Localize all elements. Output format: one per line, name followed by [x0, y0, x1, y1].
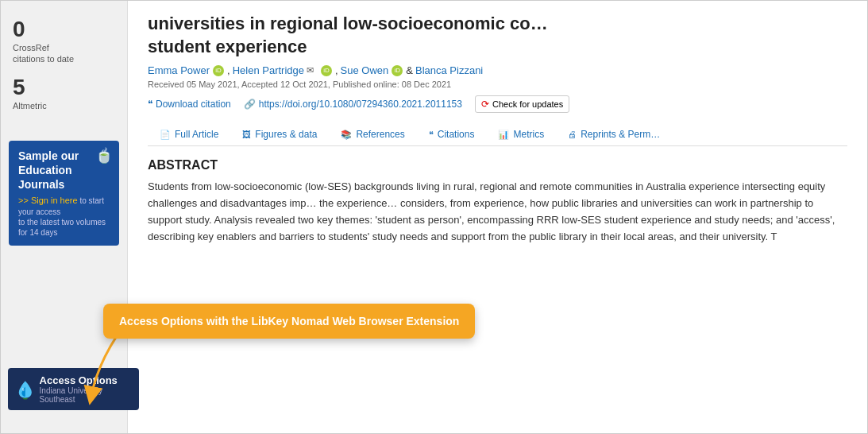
author-helen-partridge[interactable]: Helen Partridge [233, 64, 304, 76]
author-sue-owen[interactable]: Sue Owen [341, 64, 389, 76]
article-title: universities in regional low-socioeconom… [148, 13, 847, 58]
crossref-label: CrossRefcitations to date [13, 42, 115, 65]
access-options-subtitle: Indiana University Southeast [40, 386, 129, 404]
access-options-title: Access Options [40, 374, 129, 386]
received-line: Received 05 May 2021, Accepted 12 Oct 20… [148, 79, 847, 89]
download-citation-label: Download citation [156, 99, 231, 110]
tab-full-article[interactable]: 📄 Full Article [148, 122, 230, 145]
tab-references-label: References [356, 129, 404, 140]
action-bar: ❝ Download citation 🔗 https://doi.org/10… [148, 95, 847, 113]
email-icon-helen: ✉ [307, 65, 318, 76]
check-updates-button[interactable]: ⟳ Check for updates [475, 95, 569, 113]
check-icon: ⟳ [481, 99, 489, 110]
author-sep-2: , [335, 64, 338, 76]
access-options-logo [17, 378, 33, 401]
tab-metrics[interactable]: 📊 Metrics [486, 122, 556, 145]
reprints-icon: 🖨 [568, 130, 577, 139]
content-fade [128, 370, 867, 433]
sample-education-banner[interactable]: 🍵 Sample ourEducationJournals >> Sign in… [9, 141, 119, 246]
metrics-icon: 📊 [498, 130, 509, 140]
citations-icon: ❝ [429, 130, 434, 140]
orcid-icon-helen: iD [321, 65, 332, 76]
author-amp: & [406, 64, 413, 76]
main-content: universities in regional low-socioeconom… [128, 1, 867, 433]
references-icon: 📚 [341, 130, 352, 140]
nav-tabs: 📄 Full Article 🖼 Figures & data 📚 Refere… [148, 122, 847, 146]
doi-text: https://doi.org/10.1080/07294360.2021.20… [259, 99, 462, 110]
tab-full-article-label: Full Article [175, 129, 218, 140]
abstract-text: Students from low-socioeconomic (low-SES… [148, 179, 847, 245]
download-citation-link[interactable]: ❝ Download citation [148, 99, 231, 110]
tab-reprints[interactable]: 🖨 Reprints & Perm… [556, 122, 672, 145]
access-options-button[interactable]: Access Options Indiana University Southe… [8, 368, 139, 410]
sidebar-metrics: 0 CrossRefcitations to date 5 Altmetric [1, 9, 127, 129]
tab-citations-label: Citations [438, 129, 475, 140]
authors-line: Emma Power iD , Helen Partridge ✉ iD , S… [148, 64, 847, 76]
crossref-count: 0 [13, 17, 115, 42]
author-sep-1: , [227, 64, 230, 76]
orcid-icon-emma: iD [213, 65, 224, 76]
check-updates-label: Check for updates [492, 99, 563, 109]
doi-link[interactable]: 🔗 https://doi.org/10.1080/07294360.2021.… [244, 99, 462, 110]
libkey-tooltip: Access Options with the LibKey Nomad Web… [103, 304, 475, 339]
download-icon: ❝ [148, 99, 152, 110]
abstract-heading: ABSTRACT [148, 158, 847, 172]
banner-icon: 🍵 [95, 147, 113, 165]
author-emma-power[interactable]: Emma Power [148, 64, 210, 76]
full-article-icon: 📄 [160, 130, 171, 140]
libkey-tooltip-text: Access Options with the LibKey Nomad Web… [119, 315, 459, 327]
author-blanca-pizzani[interactable]: Blanca Pizzani [415, 64, 483, 76]
banner-sign-in-link[interactable]: >> Sign in here [18, 196, 78, 205]
tab-metrics-label: Metrics [513, 129, 544, 140]
figures-icon: 🖼 [242, 130, 251, 139]
tab-citations[interactable]: ❝ Citations [417, 122, 487, 145]
banner-subtitle: >> Sign in here to start your accessto t… [18, 195, 110, 237]
doi-icon: 🔗 [244, 99, 256, 110]
tab-figures-data[interactable]: 🖼 Figures & data [230, 122, 329, 145]
altmetric-label: Altmetric [13, 100, 115, 111]
access-options-text-group: Access Options Indiana University Southe… [40, 374, 129, 404]
altmetric-count: 5 [13, 75, 115, 100]
tab-reprints-label: Reprints & Perm… [581, 129, 660, 140]
orcid-icon-sue: iD [392, 65, 403, 76]
tab-references[interactable]: 📚 References [329, 122, 416, 145]
tab-figures-label: Figures & data [255, 129, 317, 140]
